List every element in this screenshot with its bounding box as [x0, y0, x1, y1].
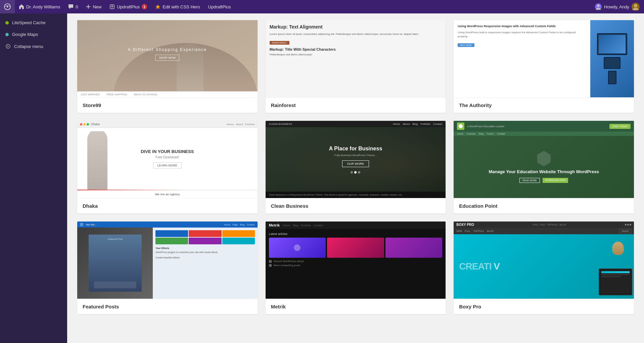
- theme-card-boxy-pro[interactable]: BOXY PRO FULLFULLTOP/FULLBLOG HIDE FULL: [454, 222, 634, 314]
- metrik-content: Latest articles Recent WordPress art: [266, 229, 446, 299]
- svg-marker-3: [155, 4, 160, 9]
- boxy-hero-area: CREATI V: [454, 234, 634, 299]
- theme-title-metrik: Metrik: [266, 299, 446, 314]
- ep-join-btn: JOIN TODAY: [609, 124, 631, 129]
- boxy-nav-items: FULLFULLTOP/FULLBLOG: [533, 224, 566, 226]
- theme-card-education-point[interactable]: a WordPress Education Leader JOIN TODAY …: [454, 121, 634, 213]
- admin-bar-right: Howdy, Andy: [591, 0, 644, 13]
- main-content: A Different Shopping Experience SHOP NOW…: [67, 13, 644, 343]
- rainforest-body-text: Lorem ipsum dolor sit amet, consectetur …: [270, 32, 442, 36]
- dhaka-browser-bar: Dhaka HomeAboutPortfolio: [77, 121, 258, 128]
- theme-preview-education-point: a WordPress Education Leader JOIN TODAY …: [454, 121, 634, 198]
- dhaka-footer: We Are an Agency: [77, 190, 258, 198]
- theme-card-store99[interactable]: A Different Shopping Experience SHOP NOW…: [77, 20, 258, 113]
- theme-title-rainforest: Rainforest: [266, 97, 446, 113]
- cb-header-bar: CLEAN BUSINESS HomeAboutBlogPortfolioCon…: [266, 121, 446, 127]
- theme-title-authority: The Authority: [454, 97, 634, 113]
- theme-card-clean-business[interactable]: CLEAN BUSINESS HomeAboutBlogPortfolioCon…: [266, 121, 446, 213]
- theme-card-dhaka[interactable]: Dhaka HomeAboutPortfolio DIVE IN YOUR BU…: [77, 121, 258, 213]
- cb-hero-sub: Fully Business WordPress Theme...: [329, 154, 382, 157]
- theme-preview-rainforest: Markup: Text Alignment Lorem ipsum dolor…: [266, 20, 446, 97]
- metrik-nav: HomeBlogPortfolioContact: [283, 224, 323, 227]
- updraftplus-link[interactable]: UpdraftPlus 1: [105, 0, 151, 13]
- sidebar-item-google-maps[interactable]: Google Maps: [0, 29, 67, 40]
- cb-slider-dots: [329, 171, 382, 174]
- rainforest-sub-header: Markup: Title With Special Characters: [270, 47, 442, 51]
- sidebar-collapse-menu[interactable]: Collapse menu: [0, 40, 67, 52]
- ep-hexagon-icon: [537, 151, 551, 166]
- updraftplus-badge: 1: [142, 4, 147, 9]
- cb-hero-title: A Place for Business: [329, 146, 382, 152]
- ep-logo-group: a WordPress Education Leader: [457, 122, 504, 130]
- cb-footer-text: Clean Business is a Responsive WordPress…: [266, 192, 446, 198]
- howdy-label: Howdy, Andy: [604, 4, 629, 9]
- authority-btn: BUY NOW: [458, 43, 474, 47]
- updraftplus-link2[interactable]: UpdraftPlus: [204, 0, 235, 13]
- cb-cta-btn: OUR WORK: [342, 160, 369, 167]
- ep-logo-box: [457, 122, 464, 130]
- user-photo-icon: [631, 2, 640, 11]
- googlemaps-dot: [5, 33, 9, 36]
- theme-title-clean-business: Clean Business: [266, 198, 446, 213]
- css-hero-icon: [155, 4, 160, 9]
- dhaka-cta-btn: LEARN MORE: [153, 162, 182, 168]
- theme-card-metrik[interactable]: Metrik HomeBlogPortfolioContact Latest a…: [266, 222, 446, 314]
- metrik-header-bar: Metrik HomeBlogPortfolioContact: [266, 222, 446, 229]
- site-name-link[interactable]: Dr. Andy Williams: [15, 0, 64, 13]
- dhaka-headline: DIVE IN YOUR BUSINESS: [141, 149, 194, 154]
- fp-hero-area: Featured Post: [77, 228, 258, 299]
- theme-preview-dhaka: Dhaka HomeAboutPortfolio DIVE IN YOUR BU…: [77, 121, 258, 198]
- collapse-arrow-icon: [5, 44, 11, 49]
- metrik-card-2: [327, 238, 384, 258]
- store99-hero-title: A Different Shopping Experience: [86, 47, 248, 52]
- svg-point-5: [597, 4, 600, 7]
- boxy-header-bar: BOXY PRO FULLFULLTOP/FULLBLOG: [454, 222, 634, 228]
- svg-point-7: [634, 4, 637, 7]
- ep-download-btn: DOWNLOAD NOW: [543, 178, 568, 183]
- howdy-link[interactable]: Howdy, Andy: [591, 0, 644, 13]
- fp-top-bar: We Wil... HomePageBlogContact: [77, 222, 258, 228]
- wp-logo-link[interactable]: [0, 0, 15, 13]
- dhaka-person-silhouette: [84, 131, 111, 190]
- theme-title-dhaka: Dhaka: [77, 198, 258, 213]
- css-hero-label: Edit with CSS Hero: [163, 4, 200, 9]
- comments-link[interactable]: 0: [64, 0, 82, 13]
- collapse-menu-label: Collapse menu: [14, 44, 43, 49]
- theme-title-featured-posts: Featured Posts: [77, 299, 258, 314]
- theme-preview-clean-business: CLEAN BUSINESS HomeAboutBlogPortfolioCon…: [266, 121, 446, 198]
- rainforest-main-header: Markup: Text Alignment: [270, 24, 442, 30]
- metrik-card-grid: [269, 238, 443, 258]
- css-hero-link[interactable]: Edit with CSS Hero: [151, 0, 204, 13]
- new-label: New: [93, 4, 101, 9]
- wordpress-icon: [4, 3, 11, 10]
- boxy-secondary-bar: HIDE FULL TOP/FULL BLOG Search: [454, 228, 634, 234]
- plus-icon: [86, 4, 91, 9]
- sidebar-item-litespeed-cache[interactable]: LiteSpeed Cache: [0, 17, 67, 29]
- ep-cta-buttons: READ MORE DOWNLOAD NOW: [489, 178, 599, 183]
- cb-brand-label: CLEAN BUSINESS: [269, 122, 292, 126]
- admin-bar: Dr. Andy Williams 0 New UpdraftPlus 1 Ed…: [0, 0, 644, 13]
- comments-count: 0: [76, 4, 78, 9]
- theme-preview-store99: A Different Shopping Experience SHOP NOW…: [77, 20, 258, 97]
- theme-preview-featured-posts: We Wil... HomePageBlogContact Featured P…: [77, 222, 258, 299]
- metrik-list: Recent WordPress article More compelling…: [269, 260, 443, 267]
- authority-body: Using WordPress built-in responsive imag…: [458, 31, 586, 39]
- authority-title: Using WordPress Responsive Images with A…: [458, 24, 586, 29]
- theme-preview-boxy-pro: BOXY PRO FULLFULLTOP/FULLBLOG HIDE FULL: [454, 222, 634, 299]
- ep-hero-area: Manage Your Education Website Through Wo…: [454, 136, 634, 198]
- home-icon: [19, 4, 24, 9]
- cb-nav: HomeAboutBlogPortfolioContact: [393, 122, 442, 126]
- googlemaps-label: Google Maps: [12, 32, 38, 37]
- theme-card-authority[interactable]: Using WordPress Responsive Images with A…: [454, 20, 634, 113]
- metrik-logo-label: Metrik: [269, 223, 280, 227]
- boxy-nav-dots: [625, 224, 631, 226]
- comments-icon: [68, 4, 74, 9]
- theme-card-featured-posts[interactable]: We Wil... HomePageBlogContact Featured P…: [77, 222, 258, 314]
- theme-card-rainforest[interactable]: Markup: Text Alignment Lorem ipsum dolor…: [266, 20, 446, 113]
- authority-image-area: [590, 20, 634, 97]
- litespeed-label: LiteSpeed Cache: [12, 20, 46, 25]
- new-content-link[interactable]: New: [82, 0, 105, 13]
- ep-header-bar: a WordPress Education Leader JOIN TODAY: [454, 121, 634, 132]
- store99-cta-btn: SHOP NOW: [155, 55, 179, 61]
- dhaka-url-bar: Dhaka: [91, 122, 100, 126]
